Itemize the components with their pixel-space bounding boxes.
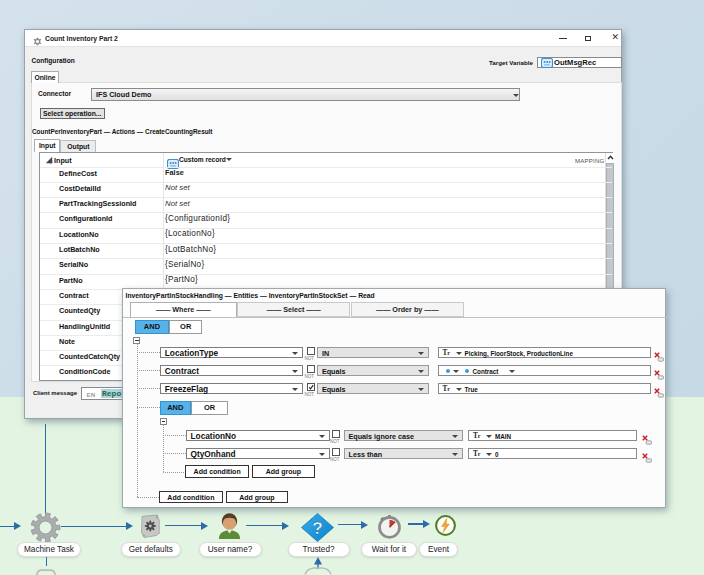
svg-text:?: ? [312,518,322,537]
